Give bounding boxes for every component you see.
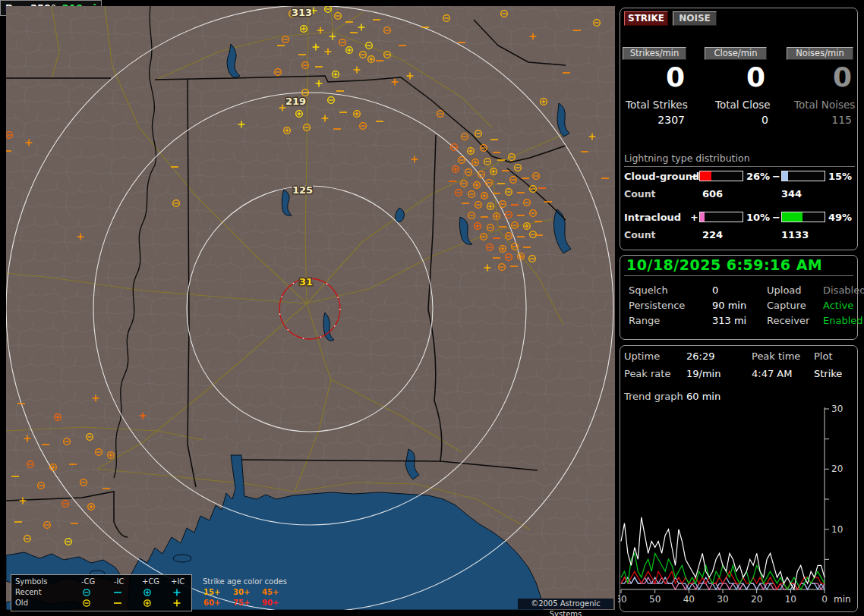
cg-neg-old-icon — [81, 599, 92, 608]
total-noises-value: 115 — [794, 114, 852, 126]
plot-mode-value: Strike — [814, 368, 842, 379]
persistence-value: 90 min — [712, 300, 746, 311]
legend-col-cg-neg: -CG — [81, 577, 95, 586]
range-label: Range — [629, 315, 660, 326]
cg-plus-bar — [699, 171, 743, 181]
legend-symbols-header: Symbols — [15, 577, 47, 586]
peak-rate-label: Peak rate — [624, 368, 670, 379]
age-45: 45+ — [262, 588, 279, 596]
squelch-value: 0 — [712, 284, 718, 296]
cloud-ground-label: Cloud-ground — [624, 171, 699, 182]
peak-rate-value: 19/min — [686, 368, 721, 379]
range-ring-label: 31 — [299, 276, 313, 288]
capture-label: Capture — [767, 300, 806, 311]
app-window: 313 219 125 31 Symbols -CG -IC +CG +IC S… — [0, 0, 864, 616]
cg-plus-pct: 26% — [746, 171, 770, 182]
ic-neg-old-icon — [112, 599, 123, 608]
datetime-display: 10/18/2025 6:59:16 AM — [626, 256, 822, 273]
plus-sign: + — [690, 212, 698, 223]
ic-pos-old-icon — [172, 599, 182, 608]
svg-text:10: 10 — [831, 524, 843, 535]
intracloud-label: Intracloud — [624, 212, 681, 223]
strikes-per-min-button[interactable]: Strikes/min — [623, 47, 686, 60]
upload-label: Upload — [767, 284, 802, 296]
range-setting-value: 313 mi — [712, 315, 746, 326]
noises-per-min-button[interactable]: Noises/min — [787, 47, 853, 60]
cg-pos-old-icon — [142, 599, 153, 608]
total-close-label: Total Close — [715, 99, 771, 111]
age-75: 75+ — [233, 599, 250, 607]
map-legend: Symbols -CG -IC +CG +IC Strike age color… — [11, 574, 192, 611]
ic-plus-count: 224 — [702, 229, 723, 240]
trend-graph-chart: 1020306050403020100min — [618, 403, 861, 611]
svg-text:min: min — [834, 594, 851, 605]
receiver-label: Receiver — [767, 315, 809, 326]
ic-minus-bar — [781, 212, 825, 222]
peak-time-value: 4:47 AM — [752, 368, 792, 379]
svg-text:30: 30 — [717, 594, 728, 605]
close-per-min-button[interactable]: Close/min — [705, 47, 767, 60]
cg-pos-recent-icon — [142, 588, 153, 597]
close-per-min-value: 0 — [705, 64, 765, 91]
plot-label: Plot — [814, 350, 833, 362]
svg-text:40: 40 — [683, 594, 695, 605]
legend-old-label: Old — [15, 599, 28, 607]
age-15: 15+ — [203, 588, 220, 596]
legend-col-cg-pos: +CG — [142, 577, 159, 586]
count-label: Count — [624, 188, 656, 200]
capture-status: Active — [823, 300, 853, 311]
ic-plus-pct: 10% — [746, 212, 770, 223]
divider — [624, 275, 853, 276]
trend-graph-label: Trend graph — [624, 391, 683, 402]
minus-sign: − — [772, 171, 780, 182]
ic-minus-pct: 49% — [828, 212, 852, 223]
uptime-value: 26:29 — [686, 350, 714, 362]
ic-pos-recent-icon — [172, 588, 182, 597]
svg-text:0: 0 — [821, 594, 828, 605]
svg-text:50: 50 — [649, 594, 661, 605]
noises-per-min-value: 0 — [787, 64, 852, 91]
cg-plus-count: 606 — [702, 188, 723, 200]
total-strikes-label: Total Strikes — [626, 99, 688, 111]
copyright-text: ©2005 Astrogenic Systems — [518, 599, 613, 609]
trend-window-value: 60 min — [686, 391, 721, 402]
age-30: 30+ — [233, 588, 250, 596]
ic-neg-recent-icon — [112, 588, 123, 597]
legend-age-header: Strike age color codes — [203, 577, 287, 586]
distribution-title: Lightning type distribution — [624, 152, 855, 167]
cg-neg-recent-icon — [81, 588, 92, 597]
uptime-label: Uptime — [624, 350, 660, 362]
squelch-label: Squelch — [629, 284, 668, 296]
cg-minus-bar — [781, 171, 825, 181]
range-ring-label: 313 — [292, 7, 312, 18]
svg-text:60: 60 — [618, 594, 627, 605]
strike-toggle-button[interactable]: STRIKE — [624, 11, 668, 26]
cg-minus-pct: 15% — [828, 171, 852, 182]
noise-toggle-button[interactable]: NOISE — [673, 11, 717, 26]
receiver-status: Enabled — [823, 315, 863, 326]
total-close-value: 0 — [715, 114, 768, 126]
svg-text:20: 20 — [831, 464, 843, 474]
persistence-label: Persistence — [629, 300, 685, 311]
age-60: 60+ — [203, 599, 220, 607]
count-label: Count — [624, 229, 656, 240]
plus-sign: + — [690, 171, 698, 182]
cg-minus-count: 344 — [781, 188, 802, 200]
svg-text:20: 20 — [751, 594, 762, 605]
legend-recent-label: Recent — [15, 588, 42, 596]
range-ring-label: 219 — [285, 96, 306, 107]
total-strikes-value: 2307 — [626, 114, 685, 126]
range-ring-label: 125 — [292, 184, 313, 196]
upload-status: Disabled — [823, 284, 864, 296]
legend-col-ic-neg: -IC — [114, 577, 125, 586]
legend-col-ic-pos: +IC — [171, 577, 184, 586]
peak-time-label: Peak time — [752, 350, 800, 362]
ic-plus-bar — [699, 212, 743, 222]
lightning-map[interactable]: 313 219 125 31 — [6, 6, 615, 610]
total-noises-label: Total Noises — [794, 99, 855, 111]
minus-sign: − — [772, 212, 780, 223]
svg-text:10: 10 — [785, 594, 796, 605]
svg-text:30: 30 — [831, 404, 843, 414]
strikes-per-min-value: 0 — [623, 64, 685, 91]
ic-minus-count: 1133 — [781, 229, 809, 240]
